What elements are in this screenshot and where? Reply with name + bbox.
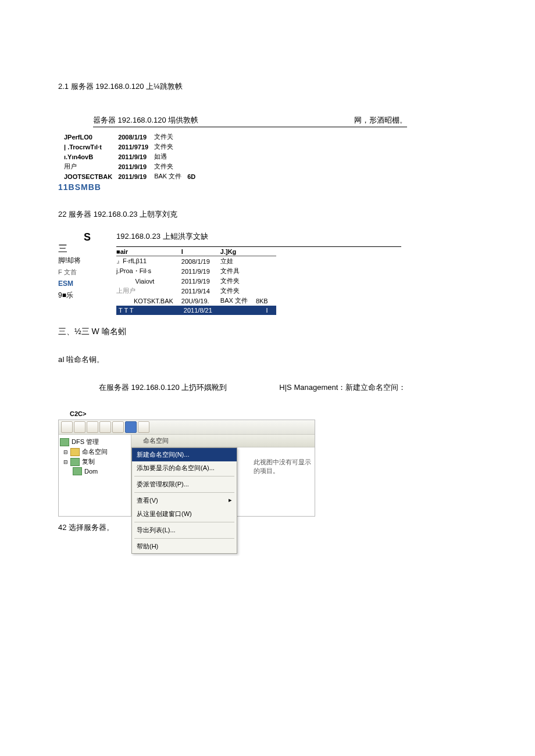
c2c-label: C2C> xyxy=(70,410,477,417)
cell: ı.Yın4ovB xyxy=(64,152,118,162)
bsmbb-label: 11BSMBB xyxy=(58,182,477,192)
cell: 文件夹 xyxy=(154,142,187,152)
cell: 2011/9719 xyxy=(118,142,154,152)
toolbar-help-icon[interactable] xyxy=(112,421,124,433)
cell xyxy=(256,286,276,296)
cell: 2011/9/19 xyxy=(118,152,154,162)
cell: 2011/9/19 xyxy=(181,276,220,286)
final-line: 42 选择服务器。 xyxy=(58,522,477,533)
section-3-line-right: H|S Management：新建立命名空间： xyxy=(279,382,406,393)
cell xyxy=(187,132,201,142)
menu-delegate[interactable]: 委派管理权限(P)... xyxy=(132,478,237,491)
cell: 6D xyxy=(187,171,201,181)
cell: 2011/8/21 xyxy=(181,306,220,315)
table-row: 上用户 2011/9/14 文件夹 xyxy=(116,286,276,296)
empty-message: 此视图中没有可显示的项目。 xyxy=(254,458,315,475)
left-l4: 9■乐 xyxy=(58,289,116,301)
left-l2: F 文首 xyxy=(58,266,116,278)
tree-root[interactable]: DFS 管理 xyxy=(60,437,130,447)
cell: 2011/9/19 xyxy=(181,266,220,276)
table-row: | .TrocrwTıl·t 2011/9719 文件夹 xyxy=(64,142,201,152)
cell: I xyxy=(256,306,276,315)
chevron-right-icon: ▸ xyxy=(229,496,232,504)
table-row: ı.Yın4ovB 2011/9/19 如遇 xyxy=(64,152,201,162)
left-l1: 脚!却将 xyxy=(58,255,116,266)
section-3-heading: 三、½三 W 喻名蚓 xyxy=(58,327,477,337)
tree-namespace[interactable]: ⊟ 命名空间 xyxy=(60,447,130,457)
cell xyxy=(256,256,276,267)
tree-ns-label: 命名空间 xyxy=(82,447,108,456)
mmc-toolbar xyxy=(59,420,315,435)
menu-export[interactable]: 导出列表(L)... xyxy=(132,524,237,537)
domain-icon xyxy=(73,467,82,475)
cell xyxy=(220,306,256,315)
toolbar-prop-icon[interactable] xyxy=(125,421,137,433)
replication-icon xyxy=(70,458,80,466)
cell: BAK 文件 xyxy=(154,171,187,181)
left-sidebar: S 三 脚!却将 F 文首 ESM 9■乐 xyxy=(58,231,116,301)
toolbar-x-icon[interactable] xyxy=(138,421,149,433)
cell: 2008/1/19 xyxy=(181,256,220,267)
cell: 用户 xyxy=(64,162,118,171)
caption-21-left: 嚣务器 192.168.0.120 塌供敦帙 xyxy=(93,115,198,126)
cell: 20U/9/19. xyxy=(181,296,220,306)
folder-icon xyxy=(70,448,80,456)
table-row: Viaiovt 2011/9/19 文件夹 xyxy=(116,276,276,286)
cell: | .TrocrwTıl·t xyxy=(64,142,118,152)
menu-add-namespace[interactable]: 添加要显示的命名空间(A)... xyxy=(132,461,237,475)
cell: T T T xyxy=(116,306,181,315)
caption-21: 嚣务器 192.168.0.120 塌供敦帙 网，形酒昭棚。 xyxy=(93,115,407,127)
cell: 2011/9/19 xyxy=(118,171,154,181)
menu-view-label: 查看(V) xyxy=(137,497,158,504)
dfs-icon xyxy=(60,438,69,446)
table-row: JOOTSECTBAK 2011/9/19 BAK 文件 6D xyxy=(64,171,201,181)
cell: BAX 文件 xyxy=(220,296,256,306)
cell xyxy=(187,152,201,162)
cell xyxy=(187,162,201,171)
cell: 』F·rfLβ11 xyxy=(116,256,181,267)
menu-new-namespace[interactable]: 新建命名空间(N)... xyxy=(132,448,237,461)
cell: JPerfLO0 xyxy=(64,132,118,142)
table-row-selected[interactable]: T T T 2011/8/21 I xyxy=(116,306,276,315)
cell: j.Proa・Fil·s xyxy=(116,266,181,276)
left-l3: ESM xyxy=(58,278,116,289)
cell: Viaiovt xyxy=(116,276,181,286)
menu-help[interactable]: 帮助(H) xyxy=(132,540,237,553)
tree-panel: DFS 管理 ⊟ 命名空间 ⊟ 复制 Dom xyxy=(59,435,131,516)
cell: 2008/1/19 xyxy=(118,132,154,142)
menu-view[interactable]: 查看(V) ▸ xyxy=(132,494,237,507)
table-row: 用户 2011/9/19 文件夹 xyxy=(64,162,201,171)
cell: 2011/9/19 xyxy=(118,162,154,171)
file-table-1: JPerfLO0 2008/1/19 文件关 | .TrocrwTıl·t 20… xyxy=(64,132,201,181)
tree-replication[interactable]: ⊟ 复制 xyxy=(60,457,130,467)
hdr-name: ■air xyxy=(116,248,181,256)
caption-22: 192.168.0.23 上鲲洪享文缺 xyxy=(116,231,477,242)
cell: JOOTSECTBAK xyxy=(64,171,118,181)
toolbar-back-icon[interactable] xyxy=(61,421,73,433)
table-row: JPerfLO0 2008/1/19 文件关 xyxy=(64,132,201,142)
cell: 立娃 xyxy=(220,256,256,267)
main-area: 命名空间 新建命名空间(N)... 添加要显示的命名空间(A)... 委派管理权… xyxy=(131,435,315,516)
cell: 8KB xyxy=(256,296,276,306)
menu-new-window[interactable]: 从这里创建窗口(W) xyxy=(132,507,237,521)
column-header: 命名空间 xyxy=(131,435,315,447)
context-menu: 新建命名空间(N)... 添加要显示的命名空间(A)... 委派管理权限(P).… xyxy=(131,447,237,554)
toolbar-up-icon[interactable] xyxy=(87,421,98,433)
toolbar-refresh-icon[interactable] xyxy=(99,421,111,433)
table-row: KOTSKT.BAK 20U/9/19. BAX 文件 8KB xyxy=(116,296,276,306)
hdr-date: I xyxy=(181,248,220,256)
tree-dom[interactable]: Dom xyxy=(60,467,130,476)
cell: 文件夹 xyxy=(154,162,187,171)
section-22-title: 22 服务器 192.168.0.23 上朝享刘克 xyxy=(58,209,477,220)
san: 三 xyxy=(58,243,116,255)
section-3-line: 在服务器 192.168.0.120 上扔环娥靴到 xyxy=(99,382,227,393)
caption-21-right: 网，形酒昭棚。 xyxy=(354,115,407,126)
tree-dom-label: Dom xyxy=(84,468,98,475)
toolbar-fwd-icon[interactable] xyxy=(74,421,85,433)
table-row: j.Proa・Fil·s 2011/9/19 文件具 xyxy=(116,266,276,276)
table-row: 』F·rfLβ11 2008/1/19 立娃 xyxy=(116,256,276,267)
tree-root-label: DFS 管理 xyxy=(72,438,99,446)
cell: 文件夹 xyxy=(220,276,256,286)
cell xyxy=(256,276,276,286)
cell: 如遇 xyxy=(154,152,187,162)
